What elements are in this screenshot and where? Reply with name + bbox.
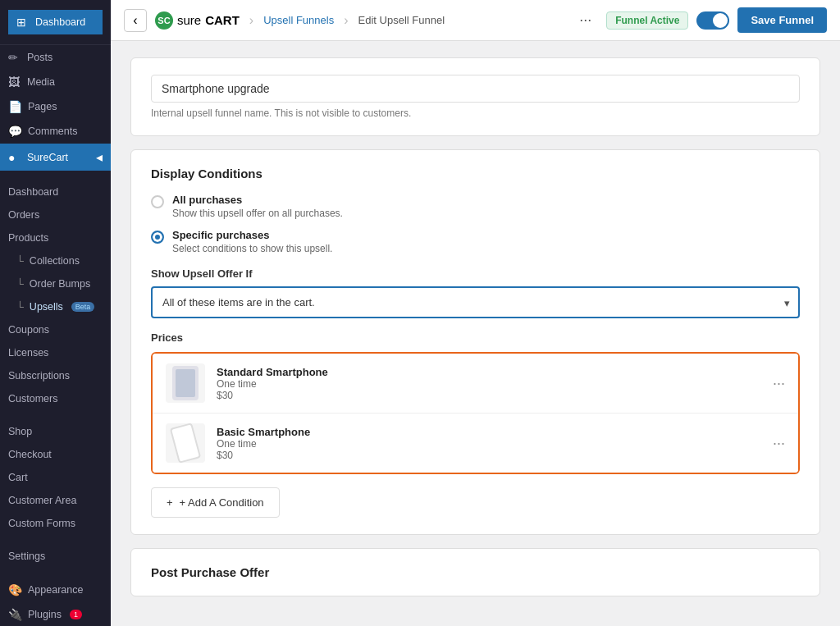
breadcrumb-upsell-funnels[interactable]: Upsell Funnels <box>263 14 334 26</box>
sidebar-item-order-bumps[interactable]: └ Order Bumps <box>0 272 111 295</box>
price-name-standard: Standard Smartphone <box>217 366 761 378</box>
sidebar-item-label: Custom Forms <box>8 518 75 529</box>
price-item-standard: Standard Smartphone One time $30 ··· <box>153 354 798 414</box>
sidebar-item-pages[interactable]: 📄 Pages <box>0 94 111 119</box>
sidebar-item-label: Shop <box>8 426 32 437</box>
sidebar-item-orders[interactable]: Orders <box>0 203 111 226</box>
radio-specific-label: Specific purchases <box>172 229 332 241</box>
sidebar-item-dashboard[interactable]: Dashboard <box>0 180 111 203</box>
back-button[interactable]: ‹ <box>124 9 147 32</box>
radio-specific-purchases[interactable]: Specific purchases Select conditions to … <box>151 229 800 254</box>
collections-prefix: └ <box>16 255 24 267</box>
sidebar-item-posts[interactable]: ✏ Posts <box>0 45 111 70</box>
sidebar-item-label: Checkout <box>8 449 52 460</box>
sidebar-item-upsells[interactable]: └ Upsells Beta <box>0 295 111 318</box>
funnel-name-helper: Internal upsell funnel name. This is not… <box>151 107 800 119</box>
price-info-standard: Standard Smartphone One time $30 <box>217 366 761 401</box>
post-purchase-title: Post Purchase Offer <box>151 565 800 579</box>
radio-all-label: All purchases <box>172 194 343 206</box>
sidebar-item-cart[interactable]: Cart <box>0 466 111 489</box>
sidebar-item-settings[interactable]: Settings <box>0 545 111 568</box>
show-upsell-label: Show Upsell Offer If <box>151 267 800 280</box>
price-thumb-standard <box>166 363 205 403</box>
sidebar-item-checkout[interactable]: Checkout <box>0 443 111 466</box>
display-conditions-title: Display Conditions <box>151 167 800 180</box>
sidebar-item-label: Pages <box>28 101 57 112</box>
media-icon: 🖼 <box>8 75 21 89</box>
sidebar-item-label: Orders <box>8 209 39 221</box>
sidebar-item-label: Comments <box>28 126 77 137</box>
breadcrumb-edit-funnel: Edit Upsell Funnel <box>358 14 445 26</box>
order-bumps-prefix: └ <box>16 278 24 290</box>
radio-all-purchases[interactable]: All purchases Show this upsell offer on … <box>151 194 800 219</box>
topbar: ‹ SC sureCART › Upsell Funnels › Edit Up… <box>111 0 840 41</box>
sidebar-item-subscriptions[interactable]: Subscriptions <box>0 364 111 387</box>
content-area: Internal upsell funnel name. This is not… <box>111 41 840 626</box>
sidebar-item-comments[interactable]: 💬 Comments <box>0 119 111 144</box>
radio-specific-desc: Select conditions to show this upsell. <box>172 243 332 254</box>
post-purchase-card: Post Purchase Offer <box>130 548 820 596</box>
save-funnel-button[interactable]: Save Funnel <box>737 7 827 33</box>
sidebar-item-label: Dashboard <box>35 16 85 28</box>
price-info-basic: Basic Smartphone One time $30 <box>217 426 761 461</box>
basic-phone-image <box>170 423 201 463</box>
price-thumb-basic <box>166 423 205 463</box>
price-amount-standard: $30 <box>217 390 761 401</box>
sidebar-item-media[interactable]: 🖼 Media <box>0 70 111 94</box>
sidebar-item-customers[interactable]: Customers <box>0 387 111 410</box>
breadcrumb-sep-2: › <box>344 13 348 28</box>
sidebar-item-surecart[interactable]: ● SureCart ◂ <box>0 144 111 171</box>
price-dots-standard[interactable]: ··· <box>773 375 785 392</box>
add-condition-button[interactable]: + + Add A Condition <box>151 487 280 518</box>
sidebar-item-label: Products <box>8 232 48 244</box>
sidebar: ⊞ Dashboard ✏ Posts 🖼 Media 📄 Pages 💬 Co… <box>0 0 111 626</box>
back-arrow-icon: ‹ <box>133 13 137 28</box>
sidebar-item-label: Dashboard <box>8 186 58 198</box>
sidebar-item-collections[interactable]: └ Collections <box>0 249 111 272</box>
sidebar-item-label: Posts <box>27 52 52 63</box>
beta-badge: Beta <box>71 302 95 312</box>
upsells-prefix: └ <box>16 301 24 313</box>
appearance-icon: 🎨 <box>8 583 22 596</box>
price-type-basic: One time <box>217 438 761 450</box>
breadcrumb-sep-1: › <box>249 13 253 28</box>
surecart-icon: ● <box>8 151 21 164</box>
sidebar-item-plugins[interactable]: 🔌 Plugins 1 <box>0 602 111 626</box>
display-conditions-card: Display Conditions All purchases Show th… <box>130 149 820 535</box>
sidebar-top: ⊞ Dashboard <box>0 0 111 45</box>
sidebar-item-label: Appearance <box>28 584 83 596</box>
sidebar-item-label: Subscriptions <box>8 370 70 382</box>
sidebar-item-label: Upsells <box>30 301 63 313</box>
sidebar-item-appearance[interactable]: 🎨 Appearance <box>0 578 111 602</box>
comments-icon: 💬 <box>8 125 22 138</box>
posts-icon: ✏ <box>8 51 21 64</box>
sidebar-item-label: SureCart <box>27 152 68 163</box>
main-area: ‹ SC sureCART › Upsell Funnels › Edit Up… <box>111 0 840 626</box>
surecart-logo: SC sureCART <box>155 11 240 30</box>
more-options-button[interactable]: ··· <box>579 11 591 29</box>
plus-icon: + <box>167 496 173 509</box>
funnel-active-toggle[interactable] <box>696 11 729 30</box>
logo-sure: sure <box>177 13 201 27</box>
sidebar-item-licenses[interactable]: Licenses <box>0 341 111 364</box>
prices-label: Prices <box>151 331 800 344</box>
radio-all-text: All purchases Show this upsell offer on … <box>172 194 343 219</box>
show-upsell-select[interactable]: All of these items are in the cart. <box>151 286 800 318</box>
sidebar-item-dashboard-top[interactable]: ⊞ Dashboard <box>8 10 103 34</box>
price-type-standard: One time <box>217 378 761 390</box>
sidebar-item-products[interactable]: Products <box>0 226 111 249</box>
sidebar-item-label: Customers <box>8 393 57 404</box>
sidebar-item-label: Settings <box>8 551 45 562</box>
sidebar-item-custom-forms[interactable]: Custom Forms <box>0 512 111 535</box>
standard-phone-image <box>172 366 199 400</box>
funnel-name-input[interactable] <box>151 75 800 103</box>
price-dots-basic[interactable]: ··· <box>773 435 785 452</box>
sidebar-item-customer-area[interactable]: Customer Area <box>0 489 111 512</box>
radio-all-circle <box>151 195 164 208</box>
sidebar-item-label: Order Bumps <box>30 278 90 290</box>
sidebar-item-label: Cart <box>8 472 28 483</box>
sidebar-item-coupons[interactable]: Coupons <box>0 318 111 341</box>
sidebar-item-shop[interactable]: Shop <box>0 420 111 443</box>
sidebar-item-label: Licenses <box>8 347 48 359</box>
price-item-basic: Basic Smartphone One time $30 ··· <box>153 414 798 473</box>
